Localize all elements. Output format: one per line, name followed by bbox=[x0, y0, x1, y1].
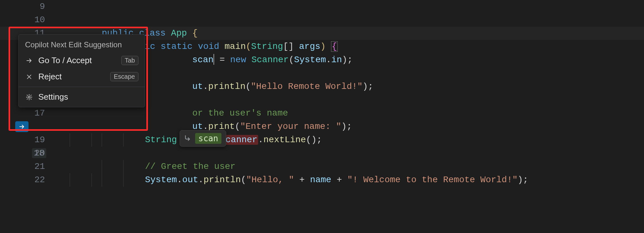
inline-suggestion-tooltip[interactable]: scan bbox=[180, 130, 226, 147]
accept-label: Go To / Accept bbox=[38, 56, 116, 65]
popup-title: Copilot Next Edit Suggestion bbox=[19, 35, 145, 52]
settings-button[interactable]: Settings bbox=[19, 89, 145, 107]
op-plus: + bbox=[331, 175, 347, 185]
dot: . bbox=[258, 135, 264, 145]
code-line[interactable]: 21 System.out.println("Hello, " + name +… bbox=[0, 160, 644, 173]
method-println: println bbox=[208, 82, 245, 91]
code-line[interactable]: 18 String name = scanner.nextLine(); bbox=[0, 120, 644, 133]
op-plus: + bbox=[294, 175, 310, 185]
svg-point-0 bbox=[28, 96, 30, 98]
paren: ( bbox=[246, 42, 251, 51]
type-string: String bbox=[145, 135, 177, 145]
paren-semi: ); bbox=[518, 175, 528, 185]
settings-label: Settings bbox=[38, 92, 138, 102]
key-hint-tab: Tab bbox=[121, 56, 138, 65]
dot: . bbox=[203, 82, 208, 91]
separator bbox=[19, 87, 145, 87]
line-number: 21 bbox=[0, 160, 54, 173]
reply-arrow-icon bbox=[184, 134, 192, 143]
line-number: 22 bbox=[0, 173, 54, 187]
variable-name: name bbox=[310, 175, 331, 185]
arrow-right-icon bbox=[18, 123, 25, 130]
code-line[interactable]: 9 bbox=[0, 0, 644, 13]
reject-label: Reject bbox=[38, 72, 105, 82]
code-line[interactable]: 10 public class App { bbox=[0, 13, 644, 27]
line-number: 19 bbox=[0, 133, 54, 147]
string-literal: "Hello Remote World!" bbox=[251, 82, 363, 91]
method-main: main bbox=[225, 42, 246, 51]
paren: ) bbox=[320, 42, 331, 51]
paren-semi: ); bbox=[342, 55, 353, 65]
next-edit-arrow-badge[interactable] bbox=[15, 121, 29, 132]
paren: ( bbox=[245, 82, 251, 91]
gear-icon bbox=[25, 94, 33, 101]
copilot-next-edit-popup: Copilot Next Edit Suggestion Go To / Acc… bbox=[18, 34, 145, 107]
identifier: ut bbox=[192, 82, 203, 91]
arrow-right-icon bbox=[25, 57, 33, 64]
suggestion-text: scan bbox=[195, 133, 221, 144]
string-literal: "Hello, " bbox=[246, 175, 294, 185]
line-number: 10 bbox=[0, 13, 54, 27]
paren-semi: ); bbox=[363, 82, 373, 91]
code-editor[interactable]: 9 10 public class App { 11 public static… bbox=[0, 0, 644, 233]
keyword-void: void bbox=[198, 42, 219, 51]
string-literal: "! Welcome to the Remote World!" bbox=[347, 175, 518, 185]
method-println: println bbox=[204, 175, 241, 185]
param-args: args bbox=[299, 42, 320, 51]
code-line[interactable]: 17 ut.print("Enter your name: "); bbox=[0, 107, 644, 120]
reject-suggestion-button[interactable]: Reject Escape bbox=[19, 69, 145, 85]
brace-matched: { bbox=[331, 41, 338, 52]
brackets: [] bbox=[283, 42, 294, 51]
key-hint-escape: Escape bbox=[110, 72, 138, 81]
line-number: 17 bbox=[0, 107, 54, 120]
dot: . bbox=[177, 175, 182, 185]
method-nextline: nextLine bbox=[263, 135, 306, 145]
keyword-static: static bbox=[161, 42, 193, 51]
line-number: 9 bbox=[0, 0, 54, 13]
close-icon bbox=[25, 74, 33, 80]
dot: . bbox=[198, 175, 204, 185]
type-string: String bbox=[251, 42, 283, 51]
paren-semi: (); bbox=[306, 135, 322, 145]
identifier-system: System bbox=[145, 175, 177, 185]
paren: ( bbox=[241, 175, 246, 185]
line-number: 20 bbox=[0, 147, 54, 160]
accept-suggestion-button[interactable]: Go To / Accept Tab bbox=[19, 52, 145, 69]
field-out: out bbox=[182, 175, 198, 185]
